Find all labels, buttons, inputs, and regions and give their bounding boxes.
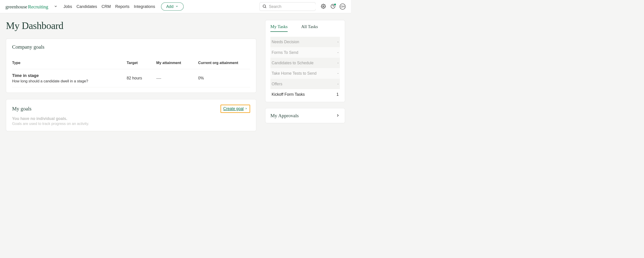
nav-links: Jobs Candidates CRM Reports Integrations — [64, 4, 155, 9]
gear-icon — [321, 4, 326, 9]
task-label: Offers — [272, 82, 282, 86]
task-take-home-tests[interactable]: Take Home Tests to Send - — [270, 68, 340, 79]
nav-link-jobs[interactable]: Jobs — [64, 4, 72, 9]
svg-line-1 — [265, 7, 266, 8]
add-button[interactable]: Add — [161, 3, 184, 11]
my-approvals-title: My Approvals — [270, 113, 299, 119]
help-button[interactable] — [330, 4, 336, 10]
main: My Dashboard Company goals Type Target M… — [0, 13, 351, 136]
my-goals-header: My goals Create goal — [12, 105, 250, 113]
nav-link-crm[interactable]: CRM — [102, 4, 111, 9]
task-offers[interactable]: Offers - — [270, 79, 340, 89]
brand-logo[interactable]: greenhouse Recruiting — [6, 4, 48, 10]
create-goal-highlight: Create goal — [220, 105, 250, 113]
goal-name: Time in stage — [12, 73, 127, 78]
task-label: Forms To Send — [272, 50, 298, 55]
task-count: - — [338, 40, 339, 44]
company-goals-table: Type Target My attainment Current org at… — [12, 57, 250, 87]
cell-my-attainment: — — [156, 75, 198, 81]
product-switcher[interactable] — [54, 5, 58, 9]
avatar-initials: GH — [340, 5, 344, 8]
col-my-attainment: My attainment — [156, 61, 198, 65]
left-column: My Dashboard Company goals Type Target M… — [6, 20, 256, 131]
chevron-down-icon — [175, 4, 178, 9]
right-column: My Tasks All Tasks Needs Decision - Form… — [265, 20, 345, 123]
task-label: Take Home Tests to Send — [272, 71, 316, 76]
company-goals-title: Company goals — [12, 44, 250, 50]
top-nav: greenhouse Recruiting Jobs Candidates CR… — [0, 0, 351, 13]
avatar[interactable]: GH — [340, 4, 346, 10]
my-goals-empty-subtitle: Goals are used to track progress on an a… — [12, 122, 250, 126]
task-forms-to-send[interactable]: Forms To Send - — [270, 47, 340, 58]
my-goals-card: My goals Create goal You have no individ… — [6, 99, 256, 131]
svg-point-2 — [323, 6, 324, 7]
search-input[interactable] — [269, 4, 318, 9]
goal-desc: How long should a candidate dwell in a s… — [12, 79, 127, 83]
chevron-right-icon — [245, 107, 248, 110]
tasks-tabs: My Tasks All Tasks — [270, 24, 340, 32]
cell-org-attainment: 0% — [198, 76, 250, 80]
my-goals-empty-title: You have no individual goals. — [12, 116, 250, 121]
task-count: - — [338, 61, 339, 65]
create-goal-link[interactable]: Create goal — [223, 106, 244, 111]
chevron-down-icon — [54, 5, 58, 9]
task-label: Kickoff Form Tasks — [272, 92, 305, 97]
company-goals-card: Company goals Type Target My attainment … — [6, 39, 256, 93]
chevron-right-icon — [336, 113, 340, 118]
page-title: My Dashboard — [6, 20, 256, 31]
task-list: Needs Decision - Forms To Send - Candida… — [270, 37, 340, 100]
tab-my-tasks[interactable]: My Tasks — [270, 24, 288, 32]
task-needs-decision[interactable]: Needs Decision - — [270, 37, 340, 47]
add-button-label: Add — [166, 4, 174, 9]
task-count: 1 — [336, 92, 339, 97]
nav-link-candidates[interactable]: Candidates — [76, 4, 97, 9]
brand-part2: Recruiting — [28, 4, 48, 10]
task-count: - — [338, 82, 339, 86]
task-label: Needs Decision — [272, 40, 299, 44]
task-count: - — [338, 50, 339, 55]
cell-target: 82 hours — [127, 76, 156, 80]
task-candidates-to-schedule[interactable]: Candidates to Schedule - — [270, 58, 340, 68]
col-target: Target — [127, 61, 156, 65]
tab-all-tasks[interactable]: All Tasks — [301, 24, 318, 32]
table-row[interactable]: Time in stage How long should a candidat… — [12, 69, 250, 87]
search-box[interactable] — [260, 2, 316, 11]
col-org-attainment: Current org attainment — [198, 61, 250, 65]
search-icon — [262, 4, 267, 9]
settings-button[interactable] — [320, 4, 326, 10]
task-label: Candidates to Schedule — [272, 61, 314, 65]
notification-dot-icon — [334, 4, 336, 6]
brand-part1: greenhouse — [6, 4, 27, 10]
tasks-card: My Tasks All Tasks Needs Decision - Form… — [265, 20, 345, 102]
table-header: Type Target My attainment Current org at… — [12, 57, 250, 69]
svg-point-0 — [263, 5, 266, 7]
my-goals-title: My goals — [12, 106, 32, 112]
nav-link-integrations[interactable]: Integrations — [134, 4, 155, 9]
my-approvals-card[interactable]: My Approvals — [265, 108, 345, 123]
col-type: Type — [12, 61, 127, 65]
task-count: - — [338, 71, 339, 76]
nav-link-reports[interactable]: Reports — [115, 4, 129, 9]
topnav-icons: GH — [320, 4, 346, 10]
cell-type: Time in stage How long should a candidat… — [12, 73, 127, 83]
task-kickoff-forms[interactable]: Kickoff Form Tasks 1 — [270, 89, 340, 100]
